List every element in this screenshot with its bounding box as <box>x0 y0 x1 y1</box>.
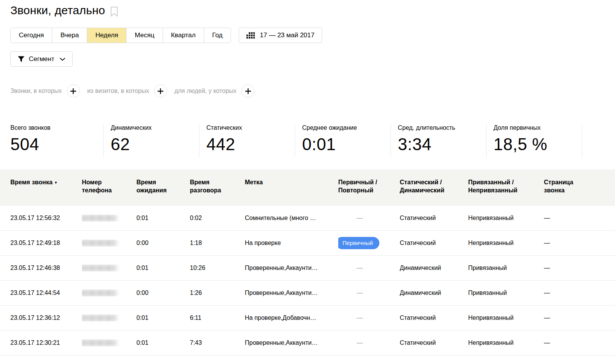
column-header-static-dynamic[interactable]: Статический / Динамический <box>400 178 468 206</box>
bound-unbound: Непривязанный <box>468 215 544 222</box>
segment-row: Сегмент <box>0 51 615 67</box>
plus-icon <box>157 88 164 94</box>
sort-desc-icon: ▾ <box>55 180 57 185</box>
table-row[interactable]: 23.05.17 12:30:21 0:01 7:43 Проверенные,… <box>0 331 615 356</box>
talk-time: 6:11 <box>190 314 245 321</box>
phone-number <box>82 314 136 321</box>
empty-dash: — <box>357 339 363 346</box>
filter-visits-label: из визитов, в которых <box>87 88 149 94</box>
stat-value: 504 <box>10 135 103 154</box>
phone-number <box>82 290 136 296</box>
bound-unbound: Привязанный <box>468 290 544 296</box>
stat-dynamic: Динамических 62 <box>104 124 199 158</box>
tab-today[interactable]: Сегодня <box>11 28 52 43</box>
call-page: — <box>544 290 615 296</box>
stat-total-calls: Всего звонков 504 <box>10 124 104 158</box>
primary-repeat: — <box>338 339 400 346</box>
call-page: — <box>544 265 615 271</box>
tab-quarter[interactable]: Квартал <box>163 28 204 43</box>
filter-people-label: для людей, у которых <box>175 88 236 94</box>
tab-year[interactable]: Год <box>204 28 231 43</box>
table-row[interactable]: 23.05.17 12:36:12 0:01 6:11 На проверке,… <box>0 306 615 331</box>
phone-number <box>82 265 136 271</box>
column-label: Номер <box>82 178 131 186</box>
empty-dash: — <box>357 314 363 321</box>
table-row[interactable]: 23.05.17 12:46:38 0:01 10:26 Проверенные… <box>0 256 615 281</box>
bound-unbound: Привязанный <box>468 265 544 271</box>
column-label: Первичный / <box>338 178 394 186</box>
table-body: 23.05.17 12:56:32 0:01 0:02 Сомнительные… <box>0 206 615 356</box>
phone-number <box>82 215 136 222</box>
static-dynamic: Статический <box>400 240 468 247</box>
add-people-filter-button[interactable] <box>241 84 254 98</box>
stat-static: Статических 442 <box>199 124 295 158</box>
primary-repeat: — <box>338 290 400 296</box>
stat-label: Среднее ожидание <box>302 124 391 131</box>
primary-repeat: — <box>338 314 400 321</box>
stat-avg-wait: Среднее ожидание 0:01 <box>295 124 391 158</box>
talk-time: 7:43 <box>190 339 245 346</box>
page-header: Звонки, детально <box>0 0 615 17</box>
tab-yesterday[interactable]: Вчера <box>52 28 87 43</box>
add-visit-filter-button[interactable] <box>154 84 167 98</box>
chevron-down-icon <box>60 58 65 61</box>
column-label: звонка <box>544 186 610 194</box>
empty-dash: — <box>357 265 363 271</box>
call-time: 23.05.17 12:44:54 <box>10 290 82 296</box>
call-time: 23.05.17 12:49:18 <box>10 240 82 247</box>
column-header-wait-time[interactable]: Время ожидания <box>136 178 190 206</box>
call-time: 23.05.17 12:36:12 <box>10 314 82 321</box>
column-header-tag[interactable]: Метка <box>245 178 338 206</box>
static-dynamic: Динамический <box>400 290 468 296</box>
add-call-filter-button[interactable] <box>67 84 80 98</box>
filter-calls-label: Звонки, в которых <box>10 88 62 94</box>
table-row[interactable]: 23.05.17 12:56:32 0:01 0:02 Сомнительные… <box>0 206 615 231</box>
call-tag: На проверке <box>245 240 338 247</box>
column-label: Динамический <box>400 186 463 194</box>
phone-number-blurred <box>82 290 116 296</box>
tab-week[interactable]: Неделя <box>87 28 126 43</box>
column-header-call-page[interactable]: Страница звонка <box>544 178 615 206</box>
column-label: разговора <box>190 186 239 194</box>
segment-label: Сегмент <box>29 55 54 63</box>
filter-bar: Звонки, в которых из визитов, в которых … <box>0 84 615 98</box>
date-range-label: 17 — 23 май 2017 <box>260 31 314 39</box>
call-tag: Проверенные,Аккаунти… <box>245 339 338 346</box>
call-page: — <box>544 240 615 247</box>
tab-month[interactable]: Месяц <box>126 28 163 43</box>
wait-time: 0:01 <box>136 339 190 346</box>
page-title: Звонки, детально <box>10 4 105 17</box>
column-label: Метка <box>245 178 333 186</box>
column-header-primary-repeat[interactable]: Первичный / Повторный <box>338 178 400 206</box>
column-header-bound-unbound[interactable]: Привязанный / Непривязанный <box>468 178 544 206</box>
stat-first-call-share: Доля первичных 18,5 % <box>487 124 582 158</box>
column-label: Непривязанный <box>468 186 539 194</box>
period-tab-group: Сегодня Вчера Неделя Месяц Квартал Год <box>10 28 231 43</box>
column-header-talk-time[interactable]: Время разговора <box>190 178 245 206</box>
column-label: Время звонка <box>10 179 53 185</box>
segment-button[interactable]: Сегмент <box>10 51 73 67</box>
table-row[interactable]: 23.05.17 12:49:18 0:00 1:18 На проверке … <box>0 231 615 256</box>
stat-label: Динамических <box>111 124 199 131</box>
date-range-button[interactable]: 17 — 23 май 2017 <box>239 28 322 43</box>
wait-time: 0:01 <box>136 265 190 271</box>
call-time: 23.05.17 12:30:21 <box>10 339 82 346</box>
table-row[interactable]: 23.05.17 12:44:54 0:00 1:26 Проверенные,… <box>0 281 615 306</box>
talk-time: 10:26 <box>190 265 245 271</box>
column-label: Повторный <box>338 186 394 194</box>
stat-value: 0:01 <box>302 135 391 154</box>
phone-number <box>82 240 136 247</box>
call-page: — <box>544 215 615 222</box>
column-label: телефона <box>82 186 131 194</box>
bookmark-icon[interactable] <box>110 7 118 17</box>
stat-avg-duration: Сред. длительность 3:34 <box>391 124 487 158</box>
stat-label: Статических <box>206 124 295 131</box>
calendar-icon <box>246 32 255 39</box>
column-header-call-time[interactable]: Время звонка▾ <box>10 178 82 206</box>
period-controls: Сегодня Вчера Неделя Месяц Квартал Год 1… <box>0 28 615 43</box>
primary-repeat: — <box>338 215 400 222</box>
phone-number-blurred <box>82 215 116 222</box>
static-dynamic: Динамический <box>400 265 468 271</box>
call-tag: Проверенные,Аккаунти… <box>245 265 338 271</box>
column-header-phone[interactable]: Номер телефона <box>82 178 136 206</box>
